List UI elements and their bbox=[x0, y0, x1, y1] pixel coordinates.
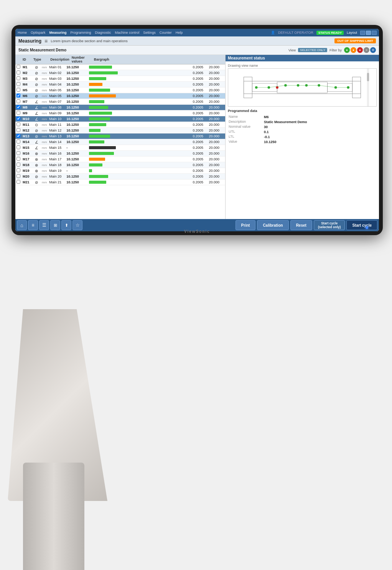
monitor-screen: Home Optispark Measuring Programming Dia… bbox=[15, 29, 379, 231]
calibration-button[interactable]: Calibration bbox=[257, 220, 288, 230]
layout-icon-3[interactable] bbox=[372, 31, 377, 35]
layout-icon-2[interactable] bbox=[366, 31, 371, 35]
table-row[interactable]: M11 ⊙ mm Main 11 10.1250 0.2005 20.000 bbox=[15, 122, 225, 128]
row-unit: mm bbox=[41, 133, 48, 139]
nav-optispark[interactable]: Optispark bbox=[31, 31, 46, 35]
nav-diagnostic[interactable]: Diagnostic bbox=[95, 31, 111, 35]
table-row[interactable]: M1 ⊘ mm Main 01 10.1250 0.2005 20.000 bbox=[15, 64, 225, 70]
table-row[interactable]: M13 ⊘ mm Main 13 10.1250 0.2005 20.000 bbox=[15, 133, 225, 139]
table-row[interactable]: M21 ⊘ mm Main 21 10.1250 0.2005 20.000 bbox=[15, 180, 225, 185]
row-checkbox[interactable] bbox=[16, 168, 20, 172]
table-row[interactable]: M2 ⊘ mm Main 02 10.1250 0.2005 20.000 bbox=[15, 70, 225, 76]
row-numval: 10.1250 bbox=[65, 128, 87, 133]
row-checkbox[interactable] bbox=[16, 65, 20, 69]
table-row[interactable]: M9 ∠ mm Main 09 10.1250 0.2005 20.000 bbox=[15, 110, 225, 116]
filter-cancel[interactable]: × bbox=[364, 47, 369, 53]
row-bargraph bbox=[87, 162, 188, 168]
row-checkbox[interactable] bbox=[16, 128, 20, 132]
table-row[interactable]: M15 ∠ mm Main 15 - 0.2005 20.000 bbox=[15, 145, 225, 151]
row-val1: 0.2005 bbox=[188, 133, 204, 139]
table-row[interactable]: M6 ⊘ mm Main 05 10.1250 0.2005 20.000 bbox=[15, 93, 225, 99]
row-checkbox[interactable] bbox=[16, 88, 20, 92]
row-val2: 20.000 bbox=[204, 174, 221, 180]
filter-icons: ● ● ● × ⚙ bbox=[344, 47, 376, 53]
filter-green[interactable]: ● bbox=[344, 47, 350, 53]
table-row[interactable]: M20 ⊘ mm Main 20 10.1250 0.2005 20.000 bbox=[15, 174, 225, 180]
nav-help[interactable]: Help bbox=[176, 31, 183, 35]
filter-orange[interactable]: ● bbox=[351, 47, 356, 53]
start-cycle-button[interactable]: Start cycle bbox=[346, 220, 377, 230]
row-id: M5 bbox=[21, 87, 32, 93]
prog-data-row: Name M6 bbox=[229, 115, 307, 119]
row-scroll bbox=[221, 87, 225, 93]
table-row[interactable]: M14 ∠ mm Main 14 10.1250 0.2005 20.000 bbox=[15, 139, 225, 145]
row-checkbox[interactable] bbox=[16, 71, 20, 74]
upload-button[interactable]: ⬆ bbox=[61, 220, 71, 230]
row-val1: 0.2005 bbox=[188, 151, 204, 157]
nav-counter[interactable]: Counter bbox=[160, 31, 172, 35]
list-button[interactable]: ≡ bbox=[28, 220, 38, 230]
filter-red[interactable]: ● bbox=[357, 47, 363, 53]
row-checkbox[interactable] bbox=[16, 76, 20, 80]
row-desc: Main 09 bbox=[48, 110, 65, 116]
row-checkbox[interactable] bbox=[16, 145, 20, 149]
table-row[interactable]: M7 ∠ mm Main 07 10.1250 0.2005 20.000 bbox=[15, 99, 225, 105]
row-desc: Main 03 bbox=[48, 76, 65, 82]
hamburger-icon[interactable]: ≡ bbox=[44, 38, 48, 44]
star-button[interactable]: ☆ bbox=[72, 220, 82, 230]
view-badge[interactable]: SELECTED ONLY bbox=[298, 48, 327, 52]
row-numval: 10.1250 bbox=[65, 180, 87, 185]
row-checkbox[interactable] bbox=[16, 82, 20, 86]
layout-icon-1[interactable] bbox=[360, 31, 365, 35]
row-checkbox[interactable] bbox=[16, 111, 20, 115]
row-desc: Main 14 bbox=[48, 139, 65, 145]
reset-button[interactable]: Reset bbox=[290, 220, 312, 230]
programmed-data-table: Name M6 Description Static Measurement D… bbox=[228, 114, 308, 145]
measurements-table-header: ID Type Description Number values Bargra… bbox=[15, 55, 225, 64]
row-scroll bbox=[221, 151, 225, 157]
row-scroll bbox=[221, 116, 225, 122]
row-checkbox[interactable] bbox=[16, 105, 20, 109]
prog-data-row: LTL -0.1 bbox=[229, 135, 307, 139]
section-header: Measuring ≡ Lorem ipsum descibe section … bbox=[15, 36, 379, 46]
table-row[interactable]: M5 ⊘ mm Main 05 10.1250 0.2005 20.000 bbox=[15, 87, 225, 93]
nav-machine-control[interactable]: Machine control bbox=[115, 31, 140, 35]
table-row[interactable]: M8 ∠ mm Main 08 10.1250 0.2005 20.000 bbox=[15, 105, 225, 110]
table-row[interactable]: M18 ⊛ mm Main 18 10.1250 0.2005 20.000 bbox=[15, 162, 225, 168]
grid-button[interactable]: ⊞ bbox=[50, 220, 60, 230]
row-checkbox[interactable] bbox=[16, 117, 20, 120]
row-numval: 10.1250 bbox=[65, 162, 87, 168]
row-checkbox[interactable] bbox=[16, 99, 20, 103]
table-row[interactable]: M4 ⊘ mm Main 04 10.1250 0.2005 20.000 bbox=[15, 82, 225, 87]
nav-home[interactable]: Home bbox=[18, 31, 27, 35]
bottom-right-buttons: Print Calibration Reset Start cycle(sele… bbox=[236, 220, 377, 230]
home-button[interactable]: ⌂ bbox=[17, 220, 27, 230]
table-row[interactable]: M16 ⊛ mm Main 16 10.1250 0.2005 20.000 bbox=[15, 151, 225, 157]
row-checkbox[interactable] bbox=[16, 180, 20, 184]
row-numval: 10.1250 bbox=[65, 133, 87, 139]
row-checkbox[interactable] bbox=[16, 174, 20, 178]
table-row[interactable]: M17 ⊛ mm Main 17 10.1250 0.2005 20.000 bbox=[15, 157, 225, 162]
nav-programming[interactable]: Programming bbox=[71, 31, 91, 35]
row-checkbox[interactable] bbox=[16, 151, 20, 155]
print-button[interactable]: Print bbox=[236, 220, 256, 230]
nav-measuring[interactable]: Measuring bbox=[49, 31, 67, 35]
row-desc: Main 11 bbox=[48, 122, 65, 128]
row-checkbox[interactable] bbox=[16, 163, 20, 166]
row-val2: 20.000 bbox=[204, 133, 221, 139]
measurement-status-header: Measurement status bbox=[226, 55, 379, 61]
table-row[interactable]: M3 ⊘ mm Main 03 10.1250 0.2005 20.000 bbox=[15, 76, 225, 82]
row-checkbox[interactable] bbox=[16, 122, 20, 126]
table-row[interactable]: M10 ∠ mm Main 10 10.1250 0.2005 20.000 bbox=[15, 116, 225, 122]
list2-button[interactable]: ☰ bbox=[39, 220, 49, 230]
row-checkbox[interactable] bbox=[16, 140, 20, 143]
table-row[interactable]: M12 ⊘ mm Main 12 10.1250 0.2005 20.000 bbox=[15, 128, 225, 133]
table-row[interactable]: M19 ⊛ mm Main 19 - 0.2005 20.000 bbox=[15, 168, 225, 174]
start-cycle-selected-button[interactable]: Start cycle(selected only) bbox=[314, 220, 345, 230]
filter-settings[interactable]: ⚙ bbox=[370, 47, 376, 53]
nav-settings[interactable]: Settings bbox=[143, 31, 156, 35]
table-scroll[interactable]: M1 ⊘ mm Main 01 10.1250 0.2005 20.000 M2… bbox=[15, 64, 225, 219]
row-checkbox[interactable] bbox=[16, 157, 20, 161]
row-checkbox[interactable] bbox=[16, 94, 20, 97]
row-checkbox[interactable] bbox=[16, 134, 20, 138]
